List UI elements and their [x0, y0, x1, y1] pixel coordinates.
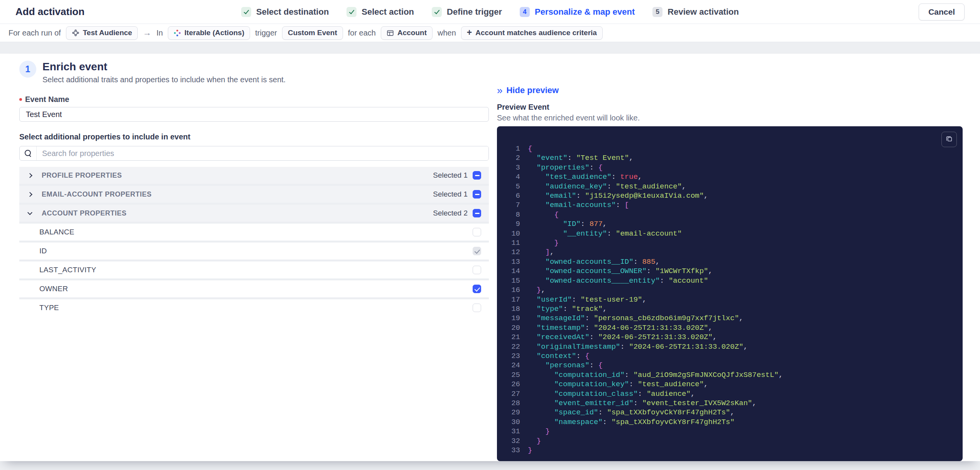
step-label: Select destination [256, 7, 329, 17]
group-checkbox-indeterminate[interactable] [473, 171, 481, 180]
code-line: 10 "__entity": "email-account" [506, 229, 955, 238]
checkbox-last-activity[interactable] [473, 266, 481, 274]
preview-title: Preview Event [497, 102, 963, 112]
summary-chip-iterable-actions[interactable]: Iterable (Actions) [168, 26, 250, 40]
chip-label: Iterable (Actions) [184, 29, 244, 37]
search-input[interactable] [37, 146, 488, 160]
code-line: 8 { [506, 210, 955, 219]
line-number: 29 [506, 408, 520, 417]
code-line: 7 "email-accounts": [ [506, 200, 955, 210]
copy-button[interactable] [941, 132, 957, 147]
line-number: 4 [506, 172, 520, 182]
group-label: ACCOUNT PROPERTIES [42, 209, 127, 217]
hide-preview-label: Hide preview [506, 85, 559, 95]
summary-chip-account[interactable]: Account [381, 26, 433, 40]
hide-preview-link[interactable]: » Hide preview [497, 85, 963, 95]
code-line: 29 "space_id": "spa_tXXbfoyvCkY8rF47ghH2… [506, 408, 955, 417]
code-line: 6 "email": "j15i2ysedp@k1euxaIVia.com", [506, 191, 955, 200]
line-number: 11 [506, 238, 520, 248]
code-text: "timestamp": "2024-06-25T21:31:33.020Z", [528, 323, 713, 333]
property-group-email-account-properties[interactable]: EMAIL-ACCOUNT PROPERTIESSelected 1 [19, 186, 489, 203]
code-line: 27 "computation_class": "audience", [506, 389, 955, 399]
property-group-profile-properties[interactable]: PROFILE PROPERTIESSelected 1 [19, 167, 489, 184]
summary-chip-custom-event[interactable]: Custom Event [282, 26, 343, 40]
code-line: 15 "owned-accounts____entity": "account" [506, 276, 955, 285]
code-text: ], [528, 248, 554, 257]
line-number: 20 [506, 323, 520, 333]
line-number: 17 [506, 295, 520, 304]
property-row-balance[interactable]: BALANCE [19, 224, 489, 241]
line-number: 23 [506, 351, 520, 361]
checkbox-balance[interactable] [473, 228, 481, 236]
property-row-id[interactable]: ID [19, 243, 489, 260]
code-line: 5 "audience_key": "test_audience", [506, 182, 955, 191]
code-line: 18 "type": "track", [506, 304, 955, 314]
event-name-input[interactable] [19, 107, 489, 122]
summary-text: when [438, 29, 456, 37]
summary-text: In [156, 29, 163, 37]
property-group-account-properties[interactable]: ACCOUNT PROPERTIESSelected 2 [19, 205, 489, 222]
line-number: 27 [506, 389, 520, 399]
wizard-step-personalize-map-event[interactable]: 4Personalize & map event [520, 7, 635, 17]
enrich-step-header: 1 Enrich event Select additional traits … [19, 61, 489, 84]
summary-text: trigger [255, 29, 277, 37]
add-activation-page: Add activation Select destinationSelect … [0, 0, 980, 461]
property-label: LAST_ACTIVITY [39, 266, 96, 274]
selected-count: Selected 1 [433, 171, 468, 180]
group-checkbox-indeterminate[interactable] [473, 190, 481, 199]
group-checkbox-indeterminate[interactable] [473, 209, 481, 217]
line-number: 10 [506, 229, 520, 238]
code-text: "computation_id": "aud_2iO9m2gSFmJNXCoQJ… [528, 370, 783, 380]
code-line: 22 "originalTimestamp": "2024-06-25T21:3… [506, 342, 955, 351]
step-number-badge: 5 [652, 7, 662, 17]
wizard-step-define-trigger[interactable]: Define trigger [432, 7, 502, 17]
summary-chip-account-matches-audience-criteria[interactable]: +Account matches audience criteria [461, 26, 603, 40]
code-text: } [528, 427, 550, 436]
check-glyph [349, 8, 354, 14]
table-grid-icon [387, 29, 394, 37]
code-text: "type": "track", [528, 304, 607, 314]
activation-summary-bar: For each run ofTest Audience→InIterable … [0, 24, 980, 42]
code-text: } [528, 436, 541, 446]
cancel-button[interactable]: Cancel [919, 3, 965, 20]
wizard-step-select-destination[interactable]: Select destination [241, 7, 329, 17]
line-number: 15 [506, 276, 520, 285]
checkbox-owner[interactable] [473, 285, 481, 293]
checkbox-type[interactable] [473, 304, 481, 312]
line-number: 12 [506, 248, 520, 257]
property-row-type[interactable]: TYPE [19, 299, 489, 316]
arrow-right-icon: → [143, 28, 151, 38]
line-number: 22 [506, 342, 520, 351]
step-label: Select action [362, 7, 414, 17]
property-label: OWNER [39, 285, 68, 293]
wizard-step-select-action[interactable]: Select action [346, 7, 414, 17]
property-row-owner[interactable]: OWNER [19, 280, 489, 297]
code-text: "namespace": "spa_tXXbfoyvCkY8rF47ghH2Ts… [528, 417, 735, 427]
page-title: Add activation [15, 6, 84, 18]
main-card: 1 Enrich event Select additional traits … [0, 54, 980, 461]
code-text: "context": { [528, 351, 590, 361]
chevron-down-icon [27, 210, 32, 215]
code-line: 17 "userId": "test-user-19", [506, 295, 955, 304]
code-text: "computation_class": "audience", [528, 389, 695, 399]
copy-icon [946, 135, 953, 144]
code-line: 4 "test_audience": true, [506, 172, 955, 182]
code-text: "messageId": "personas_cb6zdbo6im9g7xxf7… [528, 314, 743, 323]
code-line: 11 } [506, 238, 955, 248]
selected-count: Selected 1 [433, 190, 468, 199]
code-text: { [528, 144, 532, 153]
code-line: 2 "event": "Test Event", [506, 153, 955, 163]
event-name-label-text: Event Name [25, 95, 69, 104]
line-number: 3 [506, 163, 520, 172]
property-row-last-activity[interactable]: LAST_ACTIVITY [19, 261, 489, 278]
step-label: Review activation [667, 7, 739, 17]
summary-chip-test-audience[interactable]: Test Audience [66, 26, 138, 40]
line-number: 21 [506, 333, 520, 342]
group-label: EMAIL-ACCOUNT PROPERTIES [42, 190, 152, 199]
code-line: 3 "properties": { [506, 163, 955, 172]
line-number: 32 [506, 436, 520, 446]
code-text: "owned-accounts__OWNER": "1WCWrTXfkp", [528, 266, 713, 276]
line-number: 25 [506, 370, 520, 380]
code-line: 14 "owned-accounts__OWNER": "1WCWrTXfkp"… [506, 266, 955, 276]
code-text: "receivedAt": "2024-06-25T21:31:33.020Z"… [528, 333, 717, 342]
